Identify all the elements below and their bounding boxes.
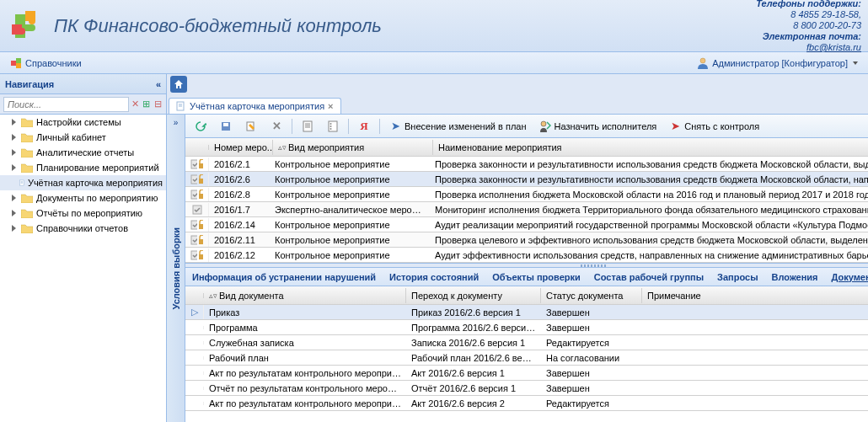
lower-header-note[interactable]: Примечание <box>642 288 868 303</box>
lock-icon <box>198 159 203 169</box>
tab-workgroup[interactable]: Состав рабочей группы <box>592 270 705 285</box>
lower-row[interactable]: Рабочий планРабочий план 2016/2.6 версия… <box>185 350 868 366</box>
expand-icon <box>12 225 16 232</box>
assign-button[interactable]: Назначить исполнителя <box>535 118 661 135</box>
document-icon <box>19 178 24 188</box>
support-email-link[interactable]: fbc@krista.ru <box>806 42 861 52</box>
cell-type: Контрольное мероприятие <box>270 158 430 171</box>
cell-number: 2016/2.12 <box>209 248 270 262</box>
tab-history[interactable]: История состояний <box>388 270 480 285</box>
nav-collapse-button[interactable]: « <box>156 79 161 89</box>
expand-filter-icon[interactable]: » <box>174 118 179 127</box>
grid-header-status[interactable] <box>185 145 209 150</box>
svg-point-21 <box>330 128 332 130</box>
grid-row[interactable]: 2016/1.7Экспертно-аналитическое мероприя… <box>185 202 868 217</box>
grid-row[interactable]: 2016/2.14Контрольное мероприятиеАудит ре… <box>185 217 868 232</box>
folder-icon <box>21 163 33 173</box>
tab-card[interactable]: Учётная карточка мероприятия × <box>169 98 341 114</box>
lower-header-goto[interactable]: Переход к документу <box>406 288 541 303</box>
cell-note <box>642 341 868 345</box>
lower-header-status-text[interactable]: Статус документа <box>541 288 642 303</box>
grid-header-name[interactable]: Наименование мероприятия <box>433 140 868 155</box>
save-button[interactable] <box>216 118 236 135</box>
doc2-button[interactable] <box>323 118 343 135</box>
svg-point-22 <box>541 121 546 126</box>
nav-item[interactable]: Учётная карточка мероприятия <box>0 175 166 190</box>
assign-user-icon <box>538 120 552 133</box>
delete-button[interactable]: ✕ <box>266 118 287 135</box>
references-menu[interactable]: Справочники <box>5 55 87 72</box>
lock-icon <box>198 190 203 200</box>
lower-row[interactable]: ▷ПриказПриказ 2016/2.6 версия 1Завершен <box>185 305 868 320</box>
cell-status: Завершен <box>541 306 642 319</box>
grid-row[interactable]: 2016/2.11Контрольное мероприятиеПроверка… <box>185 232 868 248</box>
grid-toolbar: ✕ Я ➤ Внесение изменений в план Назначит… <box>185 115 868 138</box>
cell-goto-link[interactable]: Отчёт 2016/2.6 версия 1 <box>406 382 541 395</box>
user-icon <box>697 57 709 69</box>
cell-goto-link[interactable]: Приказ 2016/2.6 версия 1 <box>406 306 541 319</box>
tab-documentation[interactable]: Документация по мероприятию <box>830 270 868 285</box>
nav-item[interactable]: Справочники отчетов <box>0 221 166 236</box>
menubar: Справочники Администратор [Конфигуратор] <box>0 52 868 74</box>
tab-close-button[interactable]: × <box>328 101 333 111</box>
lower-row[interactable]: Акт по результатам контрольного мероприя… <box>185 366 868 381</box>
cell-goto-link[interactable]: Записка 2016/2.6 версия 1 <box>406 336 541 350</box>
cell-goto-link[interactable]: Акт 2016/2.6 версия 1 <box>406 366 541 380</box>
cell-name: Проверка законности и результативности и… <box>430 173 868 186</box>
nav-item[interactable]: Документы по мероприятию <box>0 190 166 206</box>
nav-item[interactable]: Отчёты по мероприятию <box>0 206 166 221</box>
lower-row[interactable]: Отчёт по результатам контрольного меропр… <box>185 381 868 396</box>
grid-row[interactable]: 2016/2.12Контрольное мероприятиеАудит эф… <box>185 248 868 263</box>
nav-item[interactable]: Планирование мероприятий <box>0 160 166 175</box>
document-icon <box>176 101 186 111</box>
lower-row[interactable]: Акт по результатам контрольного мероприя… <box>185 396 868 411</box>
filter-sidebar-label: Условия выборки <box>171 227 181 310</box>
cell-note <box>642 326 868 329</box>
tab-violations[interactable]: Информация об устранении нарушений <box>190 270 378 285</box>
nav-item-label: Настройки системы <box>36 117 121 127</box>
nav-item[interactable]: Личный кабинет <box>0 130 166 145</box>
cell-note <box>642 402 868 405</box>
clear-search-icon[interactable]: ✕ <box>131 99 140 110</box>
nav-item[interactable]: Аналитические отчеты <box>0 145 166 160</box>
nav-item[interactable]: Настройки системы <box>0 115 166 130</box>
grid-header-number[interactable]: Номер меро... <box>209 140 273 155</box>
filter-sidebar[interactable]: » Условия выборки <box>167 115 185 422</box>
tabstrip: Учётная карточка мероприятия × <box>167 94 868 115</box>
home-button[interactable] <box>170 76 187 93</box>
lower-header-status[interactable] <box>185 293 204 298</box>
app-logo-icon <box>7 6 47 46</box>
edit-button[interactable] <box>241 118 261 135</box>
svg-point-19 <box>330 123 332 125</box>
user-menu[interactable]: Администратор [Конфигуратор] <box>692 55 863 72</box>
cell-goto-link[interactable]: Программа 2016/2.6 версия 1 <box>406 321 541 334</box>
lower-row[interactable]: ПрограммаПрограмма 2016/2.6 версия 1Заве… <box>185 320 868 335</box>
cell-number: 2016/2.11 <box>209 233 270 247</box>
cell-goto-link[interactable]: Рабочий план 2016/2.6 версия 1 <box>406 351 541 365</box>
grid-row[interactable]: 2016/2.8Контрольное мероприятиеПроверка … <box>185 187 868 202</box>
collapse-all-icon[interactable]: ⊟ <box>153 99 163 110</box>
grid-row[interactable]: 2016/2.6Контрольное мероприятиеПроверка … <box>185 172 868 187</box>
yandex-button[interactable]: Я <box>354 118 374 135</box>
document-list-icon <box>326 120 340 133</box>
lower-row[interactable]: Служебная запискаЗаписка 2016/2.6 версия… <box>185 335 868 350</box>
nav-search-input[interactable] <box>3 97 129 112</box>
cell-number: 2016/2.8 <box>209 188 270 201</box>
svg-rect-1 <box>16 58 21 63</box>
tab-objects[interactable]: Объекты проверки <box>490 270 582 285</box>
doc1-button[interactable] <box>297 118 318 135</box>
remove-control-button[interactable]: ➤ Снять с контроля <box>665 118 763 135</box>
tab-attachments[interactable]: Вложения <box>770 270 820 285</box>
cell-type: Экспертно-аналитическое мероприятие <box>270 203 430 216</box>
cell-doc-type: Приказ <box>204 306 406 319</box>
expand-all-icon[interactable]: ⊞ <box>142 99 151 110</box>
refresh-button[interactable] <box>190 118 211 135</box>
svg-rect-35 <box>199 254 203 259</box>
grid-header-type[interactable]: ▵▿Вид мероприятия <box>273 140 433 155</box>
plan-changes-button[interactable]: ➤ Внесение изменений в план <box>385 118 530 135</box>
tab-requests[interactable]: Запросы <box>715 270 759 285</box>
cell-goto-link[interactable]: Акт 2016/2.6 версия 2 <box>406 397 541 410</box>
lower-header-doc[interactable]: ▵▿Вид документа <box>204 288 406 303</box>
folder-icon <box>21 193 33 203</box>
grid-row[interactable]: 2016/2.1Контрольное мероприятиеПроверка … <box>185 157 868 172</box>
